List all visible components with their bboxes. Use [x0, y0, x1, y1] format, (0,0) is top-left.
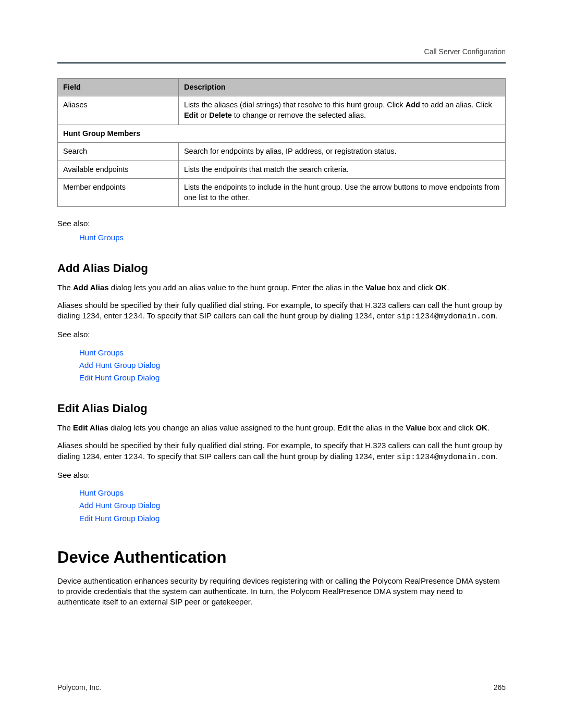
text: dialog lets you add an alias value to th… — [109, 283, 365, 292]
heading-device-authentication: Device Authentication — [57, 547, 506, 569]
table-header-description: Description — [178, 78, 505, 96]
text: . — [495, 311, 497, 320]
link-edit-hunt-group-dialog[interactable]: Edit Hunt Group Dialog — [79, 514, 160, 523]
link-hunt-groups[interactable]: Hunt Groups — [79, 488, 124, 497]
code-text: 1234 — [124, 453, 143, 462]
cell-field: Search — [58, 143, 179, 161]
table-row: Available endpoints Lists the endpoints … — [58, 161, 506, 179]
text-bold-add: Add — [406, 101, 420, 109]
cell-desc: Search for endpoints by alias, IP addres… — [178, 143, 505, 161]
text: . — [487, 423, 489, 432]
cell-field: Aliases — [58, 96, 179, 125]
text: box and click — [426, 423, 475, 432]
text: to change or remove the selected alias. — [232, 111, 366, 119]
text: . — [447, 283, 449, 292]
text: The — [57, 423, 73, 432]
text-bold: Add Alias — [73, 283, 109, 292]
heading-add-alias-dialog: Add Alias Dialog — [57, 261, 506, 276]
header-rule — [57, 62, 506, 64]
paragraph: Aliases should be specified by their ful… — [57, 300, 506, 323]
text-bold-delete: Delete — [209, 111, 232, 119]
table-row: Search Search for endpoints by alias, IP… — [58, 143, 506, 161]
text-bold: Edit Alias — [73, 423, 108, 432]
cell-field: Member endpoints — [58, 179, 179, 207]
code-text: 1234 — [124, 312, 143, 321]
text: Lists the aliases (dial strings) that re… — [184, 101, 406, 109]
cell-field: Available endpoints — [58, 161, 179, 179]
link-add-hunt-group-dialog[interactable]: Add Hunt Group Dialog — [79, 361, 160, 369]
link-edit-hunt-group-dialog[interactable]: Edit Hunt Group Dialog — [79, 373, 160, 382]
text: . To specify that SIP callers can call t… — [143, 311, 397, 320]
code-text: sip:1234@mydomain.com — [397, 312, 495, 321]
text-bold: Value — [365, 283, 386, 292]
text: or — [198, 111, 209, 119]
link-hunt-groups[interactable]: Hunt Groups — [79, 233, 124, 242]
cell-desc: Lists the endpoints that match the searc… — [178, 161, 505, 179]
text: . — [495, 452, 497, 461]
cell-desc: Lists the aliases (dial strings) that re… — [178, 96, 505, 125]
text: box and click — [386, 283, 435, 292]
table-row: Member endpoints Lists the endpoints to … — [58, 179, 506, 207]
see-also-label: See also: — [57, 329, 506, 340]
table-row: Aliases Lists the aliases (dial strings)… — [58, 96, 506, 125]
footer-company: Polycom, Inc. — [57, 683, 101, 692]
see-also-label: See also: — [57, 218, 506, 229]
text: The — [57, 283, 73, 292]
see-also-label: See also: — [57, 470, 506, 480]
text: to add an alias. Click — [420, 101, 492, 109]
cell-desc: Lists the endpoints to include in the hu… — [178, 179, 505, 207]
field-description-table: Field Description Aliases Lists the alia… — [57, 78, 506, 207]
text: . To specify that SIP callers can call t… — [143, 452, 397, 461]
paragraph: The Add Alias dialog lets you add an ali… — [57, 282, 506, 293]
page-header-breadcrumb: Call Server Configuration — [57, 47, 506, 62]
text-bold: OK — [435, 283, 447, 292]
table-subheading: Hunt Group Members — [58, 125, 506, 143]
paragraph: The Edit Alias dialog lets you change an… — [57, 423, 506, 433]
code-text: sip:1234@mydomain.com — [397, 453, 495, 462]
table-subheading-row: Hunt Group Members — [58, 125, 506, 143]
text-bold: OK — [475, 423, 487, 432]
heading-edit-alias-dialog: Edit Alias Dialog — [57, 401, 506, 416]
text: dialog lets you change an alias value as… — [108, 423, 406, 432]
paragraph: Device authentication enhances security … — [57, 576, 506, 608]
paragraph: Aliases should be specified by their ful… — [57, 440, 506, 463]
link-hunt-groups[interactable]: Hunt Groups — [79, 348, 124, 357]
footer-page-number: 265 — [494, 683, 506, 693]
text-bold: Value — [406, 423, 426, 432]
table-header-field: Field — [58, 78, 179, 96]
link-add-hunt-group-dialog[interactable]: Add Hunt Group Dialog — [79, 501, 160, 510]
text-bold-edit: Edit — [184, 111, 198, 119]
